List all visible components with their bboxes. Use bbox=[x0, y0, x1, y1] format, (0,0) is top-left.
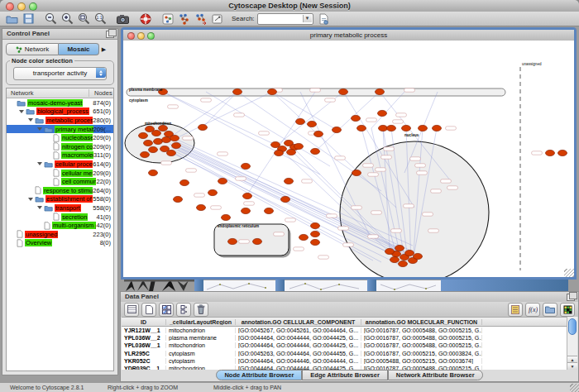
search-dropdown-arrow[interactable]: ▼ bbox=[303, 15, 312, 22]
delete-attribute-icon[interactable] bbox=[194, 303, 208, 317]
tab-edge-attribute-browser[interactable]: Edge Attribute Browser bbox=[302, 370, 387, 380]
graph-node[interactable] bbox=[162, 136, 171, 142]
graph-node[interactable] bbox=[172, 142, 181, 148]
new-attribute-icon[interactable] bbox=[141, 303, 156, 317]
tree-row[interactable]: nucleobase-con209(0) bbox=[7, 133, 113, 142]
graph-node[interactable] bbox=[546, 150, 555, 155]
tree-row[interactable]: macromolecule311(0) bbox=[7, 151, 113, 160]
graph-node[interactable] bbox=[311, 148, 320, 154]
graph-node[interactable] bbox=[199, 124, 208, 130]
graph-node[interactable] bbox=[296, 118, 305, 124]
graph-node[interactable] bbox=[333, 127, 342, 132]
graph-node[interactable] bbox=[281, 196, 290, 202]
zoom-out-icon[interactable] bbox=[44, 12, 58, 25]
graph-node[interactable] bbox=[405, 250, 414, 256]
background-window-edge[interactable] bbox=[194, 280, 203, 291]
graph-node[interactable] bbox=[299, 234, 309, 240]
tree-row[interactable]: establishment of lo558(0) bbox=[7, 195, 113, 204]
node-color-select[interactable]: transporter activity bbox=[13, 67, 107, 80]
table-row[interactable]: YPL036W__2plasma membrane[GO:0044464, GO… bbox=[122, 334, 567, 342]
graph-node[interactable] bbox=[352, 115, 361, 121]
graph-node[interactable] bbox=[390, 256, 400, 262]
formula-builder-icon[interactable]: f(x) bbox=[525, 303, 540, 317]
tab-overflow-arrow[interactable]: ▶ bbox=[99, 44, 108, 55]
background-window-edge[interactable] bbox=[275, 280, 285, 291]
tree-row[interactable]: secretion41(0) bbox=[7, 213, 113, 222]
graph-node[interactable] bbox=[180, 179, 189, 185]
graph-node[interactable] bbox=[228, 238, 237, 244]
col-region[interactable]: _cellularLayoutRegion bbox=[166, 319, 236, 325]
graph-node[interactable] bbox=[233, 88, 242, 94]
graph-node[interactable] bbox=[399, 261, 408, 266]
graph-node[interactable] bbox=[414, 253, 423, 259]
table-row[interactable]: YKR052Ccytoplasm[GO:0044464, GO:0044446,… bbox=[122, 357, 567, 365]
zoom-in-icon[interactable] bbox=[60, 12, 74, 25]
graph-node[interactable] bbox=[308, 121, 317, 127]
disclosure-triangle-icon[interactable] bbox=[37, 206, 42, 209]
create-view-icon[interactable] bbox=[160, 12, 175, 25]
col-id[interactable]: ID bbox=[122, 319, 166, 325]
tree-row[interactable]: unassigned223(0) bbox=[7, 230, 113, 239]
graph-node[interactable] bbox=[385, 248, 395, 254]
table-row[interactable]: YLR295Ccytoplasm[GO:0045263, GO:0044464,… bbox=[122, 350, 567, 357]
graph-node[interactable] bbox=[287, 149, 296, 155]
graph-node[interactable] bbox=[433, 125, 442, 131]
disclosure-triangle-icon[interactable] bbox=[19, 110, 24, 113]
graph-node[interactable] bbox=[419, 125, 428, 131]
tree-row[interactable]: multi-organism pro42(0) bbox=[7, 221, 113, 230]
search-settings-icon[interactable] bbox=[317, 12, 331, 25]
disclosure-triangle-icon[interactable] bbox=[28, 118, 33, 122]
graph-node[interactable] bbox=[265, 208, 274, 213]
tree-row[interactable]: mosaic-demo-yeast874(0) bbox=[7, 98, 113, 108]
background-window-edge[interactable] bbox=[367, 280, 376, 291]
attribute-report-icon[interactable] bbox=[508, 303, 523, 317]
graph-node[interactable] bbox=[197, 204, 206, 210]
import-network-icon[interactable] bbox=[177, 12, 191, 25]
graph-node[interactable] bbox=[379, 125, 388, 131]
background-window-preview[interactable] bbox=[203, 280, 275, 291]
float-data-panel-icon[interactable] bbox=[567, 294, 575, 301]
graph-node[interactable] bbox=[218, 178, 227, 184]
graph-node[interactable] bbox=[268, 88, 277, 94]
view-title-bar[interactable]: primary metabolic process bbox=[123, 30, 574, 41]
help-lifering-icon[interactable] bbox=[138, 12, 152, 25]
tree-row[interactable]: transport558(0) bbox=[7, 203, 113, 213]
graph-node[interactable] bbox=[152, 130, 161, 136]
table-row[interactable]: YJR121W__1mitochondrion[GO:0045267, GO:0… bbox=[122, 327, 567, 334]
tree-row[interactable]: cellular metabol209(0) bbox=[7, 169, 113, 178]
window-resize-grip[interactable] bbox=[570, 384, 579, 392]
search-input[interactable]: ▼ bbox=[257, 13, 313, 25]
graph-node[interactable] bbox=[311, 239, 320, 245]
graph-node[interactable] bbox=[141, 151, 150, 157]
graph-node[interactable] bbox=[275, 150, 284, 155]
tree-row[interactable]: response to stimulu264(0) bbox=[7, 186, 113, 195]
graph-node[interactable] bbox=[357, 125, 366, 131]
disclosure-triangle-icon[interactable] bbox=[37, 162, 42, 165]
table-scrollbar[interactable]: ▲ ▼ bbox=[567, 317, 577, 370]
unselect-attributes-icon[interactable] bbox=[176, 303, 191, 317]
disclosure-triangle-icon[interactable] bbox=[37, 127, 42, 131]
graph-node[interactable] bbox=[352, 170, 361, 175]
tree-row[interactable]: cell communicat22(0) bbox=[7, 177, 113, 186]
graph-node[interactable] bbox=[170, 135, 179, 141]
attribute-table[interactable]: ID _cellularLayoutRegion annotation.GO C… bbox=[122, 317, 567, 370]
graph-node[interactable] bbox=[339, 88, 348, 94]
tree-row[interactable]: biological_process651(0) bbox=[7, 108, 113, 117]
zoom-actual-icon[interactable]: 1:1 bbox=[93, 12, 108, 25]
scroll-down-arrow[interactable]: ▼ bbox=[567, 362, 577, 370]
attribute-matrix-icon[interactable] bbox=[560, 303, 575, 317]
view-resize-grip[interactable] bbox=[564, 269, 574, 277]
col-cellular-component[interactable]: annotation.GO CELLULAR_COMPONENT bbox=[236, 319, 361, 325]
import-table-icon[interactable] bbox=[194, 12, 208, 25]
graph-node[interactable] bbox=[395, 245, 404, 251]
select-attributes-icon[interactable] bbox=[159, 303, 174, 317]
tab-node-attribute-browser[interactable]: Node Attribute Browser bbox=[216, 370, 302, 380]
graph-node[interactable] bbox=[387, 125, 396, 131]
graph-node[interactable] bbox=[294, 143, 304, 149]
col-molecular-function[interactable]: annotation.GO MOLECULAR_FUNCTION bbox=[361, 319, 482, 325]
graph-node[interactable] bbox=[159, 125, 168, 131]
graph-node[interactable] bbox=[149, 170, 158, 175]
tree-row[interactable]: cellular process614(0) bbox=[7, 160, 113, 169]
graph-node[interactable] bbox=[242, 163, 251, 169]
tab-network[interactable]: Network bbox=[6, 43, 59, 55]
